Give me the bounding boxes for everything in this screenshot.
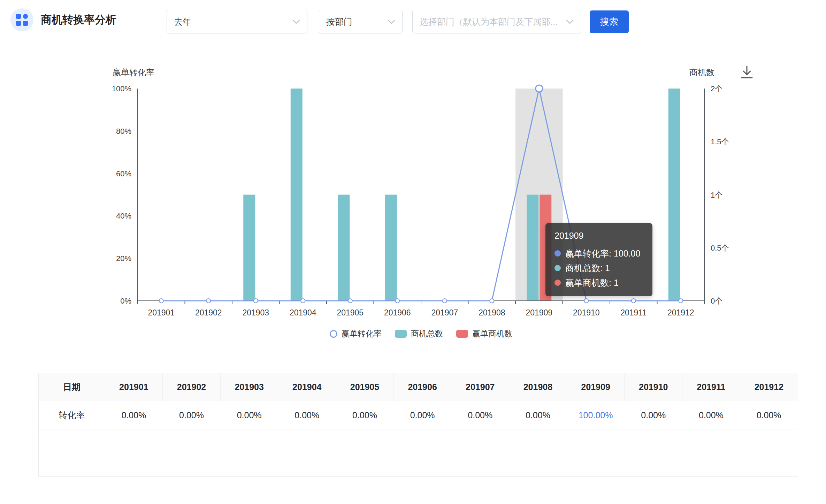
conversion-chart: 0%20%40%60%80%100%0个0.5个1个1.5个2个20190120… [0, 59, 826, 328]
time-range-select[interactable]: 去年 [167, 10, 307, 33]
legend-bar-marker [395, 330, 407, 338]
left-tick-label: 60% [116, 169, 131, 178]
x-tick-label: 201903 [242, 308, 269, 317]
x-tick-label: 201908 [479, 308, 505, 317]
x-tick-label: 201904 [290, 308, 316, 317]
right-axis-title: 商机数 [689, 68, 714, 77]
legend-item-赢单商机数[interactable]: 赢单商机数 [456, 328, 512, 339]
x-tick-label: 201902 [195, 308, 222, 317]
right-tick-label: 0个 [711, 297, 722, 305]
table-header-cell: 201903 [220, 373, 278, 401]
left-tick-label: 20% [116, 254, 131, 263]
table-row: 转化率0.00%0.00%0.00%0.00%0.00%0.00%0.00%0.… [39, 401, 798, 429]
left-tick-label: 80% [116, 127, 131, 136]
right-tick-label: 0.5个 [711, 244, 729, 252]
x-tick-label: 201906 [384, 308, 411, 317]
line-point-201904[interactable] [301, 299, 305, 303]
table-cell: 0.00% [682, 401, 740, 429]
table-header-cell: 日期 [39, 373, 105, 401]
table-header-cell: 201906 [393, 373, 451, 401]
conversion-table: 日期20190120190220190320190420190520190620… [38, 373, 798, 477]
table-header-cell: 201901 [105, 373, 163, 401]
bar-商机总数-201906[interactable] [385, 195, 397, 301]
table-cell: 0.00% [625, 401, 682, 429]
chevron-down-icon [566, 20, 574, 24]
x-tick-label: 201910 [573, 308, 600, 317]
table-cell: 0.00% [336, 401, 394, 429]
table-cell: 0.00% [393, 401, 451, 429]
bar-商机总数-201912[interactable] [668, 89, 680, 301]
app-logo [10, 8, 33, 31]
table-cell: 0.00% [740, 401, 798, 429]
right-tick-label: 1个 [711, 191, 722, 199]
table-cell: 0.00% [509, 401, 567, 429]
line-赢单转化率 [161, 89, 681, 301]
legend-item-商机总数[interactable]: 商机总数 [395, 328, 443, 339]
table-header-cell: 201902 [163, 373, 221, 401]
hover-band [515, 89, 563, 301]
line-point-201911[interactable] [632, 299, 636, 303]
page-title: 商机转换率分析 [41, 13, 116, 27]
bar-赢单商机数-201909[interactable] [540, 195, 551, 301]
department-select[interactable]: 选择部门（默认为本部门及下属部... [412, 10, 581, 33]
legend-item-赢单转化率[interactable]: 赢单转化率 [330, 328, 382, 339]
table-header-cell: 201907 [451, 373, 509, 401]
table-header-cell: 201911 [682, 373, 740, 401]
line-point-201908[interactable] [490, 299, 494, 303]
department-placeholder: 选择部门（默认为本部门及下属部... [420, 16, 558, 28]
chevron-down-icon [292, 20, 300, 24]
opportunity-conversion-page: 商机转换率分析 去年 按部门 选择部门（默认为本部门及下属部... 搜索 0%2… [0, 0, 826, 504]
chart-legend: 赢单转化率商机总数赢单商机数 [138, 328, 704, 339]
download-icon[interactable] [738, 63, 756, 81]
download-glyph [738, 63, 756, 81]
legend-label: 赢单转化率 [342, 328, 382, 339]
line-point-201910[interactable] [584, 299, 588, 303]
table-cell: 100.00% [567, 401, 625, 429]
grid-icon [16, 14, 28, 26]
line-point-201903[interactable] [254, 299, 258, 303]
legend-line-marker [330, 330, 337, 338]
line-point-201902[interactable] [206, 299, 211, 303]
line-point-201901[interactable] [159, 299, 163, 303]
table-header-cell: 201908 [509, 373, 567, 401]
left-axis-title: 赢单转化率 [113, 68, 154, 77]
left-tick-label: 40% [116, 212, 131, 220]
bar-商机总数-201909[interactable] [527, 195, 538, 301]
table-cell: 0.00% [105, 401, 163, 429]
table-header-cell: 201904 [278, 373, 336, 401]
time-range-value: 去年 [174, 16, 191, 28]
legend-label: 商机总数 [411, 328, 443, 339]
right-tick-label: 2个 [711, 84, 722, 93]
table-header-cell: 201905 [336, 373, 394, 401]
x-tick-label: 201911 [620, 308, 647, 317]
legend-label: 赢单商机数 [472, 328, 512, 339]
table-header-cell: 201912 [740, 373, 798, 401]
x-tick-label: 201909 [526, 308, 552, 317]
table-header-cell: 201909 [567, 373, 625, 401]
legend-bar-marker [456, 330, 468, 338]
bar-商机总数-201904[interactable] [291, 89, 303, 301]
left-tick-label: 100% [112, 84, 131, 93]
line-point-201907[interactable] [443, 299, 447, 303]
table-cell: 0.00% [220, 401, 278, 429]
bar-商机总数-201905[interactable] [338, 195, 350, 301]
x-tick-label: 201912 [667, 308, 694, 317]
x-tick-label: 201907 [431, 308, 458, 317]
line-point-201909[interactable] [536, 85, 543, 92]
x-tick-label: 201901 [148, 308, 175, 317]
line-point-201905[interactable] [348, 299, 352, 303]
table-cell: 0.00% [451, 401, 509, 429]
line-point-201906[interactable] [395, 299, 399, 303]
line-point-201912[interactable] [679, 299, 683, 303]
search-button[interactable]: 搜索 [590, 10, 629, 33]
chevron-down-icon [388, 20, 395, 24]
table-row-label: 转化率 [39, 401, 105, 429]
left-tick-label: 0% [120, 297, 131, 305]
table-cell: 0.00% [163, 401, 221, 429]
x-tick-label: 201905 [337, 308, 364, 317]
dimension-select[interactable]: 按部门 [319, 10, 403, 33]
bar-商机总数-201903[interactable] [243, 195, 255, 301]
dimension-value: 按部门 [326, 16, 352, 28]
right-tick-label: 1.5个 [711, 137, 729, 146]
table-cell: 0.00% [278, 401, 336, 429]
